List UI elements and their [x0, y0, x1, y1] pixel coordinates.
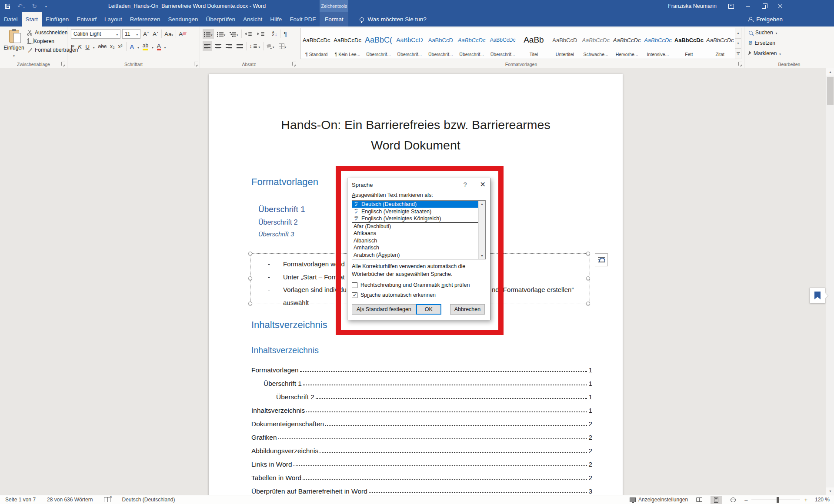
undo-button[interactable]	[17, 2, 25, 10]
language-option[interactable]: abc✓ Englisch (Vereinigte Staaten)	[352, 208, 478, 215]
italic-button[interactable]: K	[78, 43, 82, 50]
style-item[interactable]: AaBbCcDc Zitat	[704, 28, 735, 59]
resize-handle[interactable]	[586, 302, 590, 305]
chevron-down-icon[interactable]	[164, 43, 166, 50]
web-layout-button[interactable]	[727, 496, 739, 504]
resize-handle[interactable]	[248, 276, 252, 280]
ribbon-display-options-button[interactable]	[728, 4, 734, 9]
ribbon-tab[interactable]: Datei	[0, 12, 22, 27]
strikethrough-button[interactable]: abc	[98, 43, 107, 50]
ribbon-tab[interactable]: Ansicht	[239, 12, 266, 27]
line-spacing-button[interactable]: ↕	[248, 41, 261, 51]
bookmark-popup[interactable]	[810, 288, 825, 303]
close-button[interactable]	[777, 3, 783, 9]
chevron-down-icon[interactable]	[152, 43, 153, 50]
gallery-down-button[interactable]: ▼	[735, 39, 741, 49]
dialog-close-button[interactable]: ✕	[480, 181, 486, 188]
toc-entry[interactable]: Dokumenteigenschaften 2	[251, 415, 592, 429]
customize-quick-access-button[interactable]	[44, 5, 48, 8]
show-paragraph-marks-button[interactable]: ¶	[282, 29, 288, 39]
zoom-in-button[interactable]: +	[804, 497, 807, 503]
style-item[interactable]: AaBbC( Überschrif...	[363, 28, 394, 59]
paste-button[interactable]: Einfügen	[3, 28, 25, 60]
subscript-button[interactable]: x₂	[110, 43, 115, 50]
checkbox-auto-detect[interactable]	[352, 292, 357, 298]
toc-entry[interactable]: Überschrift 1 1	[251, 375, 592, 388]
language-listbox[interactable]: abc✓ Deutsch (Deutschland) abc✓ Englisch…	[352, 200, 486, 259]
read-mode-button[interactable]	[694, 496, 705, 504]
toc-entry[interactable]: Grafiken 2	[251, 429, 592, 442]
cancel-button[interactable]: Abbrechen	[450, 304, 485, 315]
language-option[interactable]: Amharisch	[352, 244, 478, 251]
tell-me-box[interactable]: Was möchten Sie tun?	[360, 12, 426, 27]
shading-button[interactable]	[265, 41, 276, 51]
align-right-button[interactable]	[224, 41, 234, 51]
resize-handle[interactable]	[248, 302, 252, 305]
style-item[interactable]: AaBbCcD Überschrif...	[394, 28, 425, 59]
style-item[interactable]: AaBbCcD Überschrif...	[425, 28, 456, 59]
proofing-status-icon[interactable]: ✕	[104, 497, 110, 502]
no-proof-row[interactable]: Rechtschreibung und Grammatik nicht prüf…	[352, 282, 486, 288]
word-count[interactable]: 28 von 636 Wörtern	[47, 497, 93, 503]
text-effects-button[interactable]: A	[130, 43, 134, 50]
gallery-up-button[interactable]: ▲	[735, 28, 741, 39]
language-indicator[interactable]: Deutsch (Deutschland)	[122, 497, 175, 503]
resize-handle[interactable]	[586, 276, 590, 280]
ribbon-tab[interactable]: Referenzen	[126, 12, 164, 27]
ok-button[interactable]: OK	[416, 304, 441, 315]
language-option[interactable]: Afar (Dschibuti)	[352, 223, 478, 230]
zoom-level[interactable]: 120 %	[813, 497, 830, 503]
font-color-button[interactable]: A	[157, 43, 161, 50]
minimize-button[interactable]	[746, 6, 750, 7]
superscript-button[interactable]: x²	[118, 43, 123, 50]
chevron-down-icon[interactable]	[93, 43, 95, 50]
clear-formatting-button[interactable]: A	[178, 31, 187, 37]
help-button[interactable]: ?	[464, 181, 467, 188]
ribbon-tab[interactable]: Hilfe	[266, 12, 286, 27]
share-button[interactable]: Freigeben	[748, 12, 783, 27]
tab-format-contextual[interactable]: Zeichentools Format	[320, 12, 348, 27]
underline-button[interactable]: U	[85, 43, 90, 50]
style-item[interactable]: AaBbCcDc Überschrif...	[456, 28, 487, 59]
dialog-launcher-icon[interactable]	[194, 62, 198, 66]
dialog-launcher-icon[interactable]	[61, 62, 65, 66]
text-highlight-button[interactable]: ab	[143, 43, 148, 50]
ribbon-tab[interactable]: Layout	[100, 12, 126, 27]
ribbon-tab[interactable]: Überprüfen	[202, 12, 240, 27]
align-left-button[interactable]	[203, 41, 212, 51]
restore-button[interactable]	[762, 3, 766, 9]
borders-button[interactable]	[277, 41, 288, 51]
style-item[interactable]: AaBbCcDc Hervorhe...	[611, 28, 642, 59]
grow-font-button[interactable]: A▲	[142, 31, 150, 37]
zoom-slider-thumb[interactable]	[777, 497, 779, 503]
save-button[interactable]	[5, 4, 10, 9]
increase-indent-button[interactable]	[256, 29, 267, 39]
language-option[interactable]: abc✓ Deutsch (Deutschland)	[352, 201, 478, 208]
ribbon-tab[interactable]: Einfügen	[42, 12, 73, 27]
auto-detect-row[interactable]: Sprache automatisch erkennen	[352, 292, 486, 298]
dialog-launcher-icon[interactable]	[292, 62, 296, 66]
font-name-combobox[interactable]: Calibri Light	[71, 29, 120, 39]
language-option[interactable]: Afrikaans	[352, 230, 478, 237]
dialog-title-bar[interactable]: Sprache ? ✕	[347, 178, 490, 191]
zoom-slider[interactable]	[751, 500, 800, 500]
redo-button[interactable]	[32, 2, 37, 10]
toc-entry[interactable]: Inhaltsverzeichnis 1	[251, 402, 592, 415]
language-option[interactable]: abc✓ Englisch (Vereinigtes Königreich)	[352, 215, 478, 223]
toc-entry[interactable]: Tabellen in Word 2	[251, 469, 592, 483]
ribbon-tab[interactable]: Entwurf	[73, 12, 100, 27]
list-scrollbar[interactable]	[478, 201, 485, 259]
ribbon-tab[interactable]: Foxit PDF	[286, 12, 320, 27]
change-case-button[interactable]: Aa	[163, 31, 174, 37]
print-layout-button[interactable]	[711, 496, 722, 504]
resize-handle[interactable]	[248, 252, 252, 255]
font-size-combobox[interactable]: 11	[122, 29, 140, 39]
ribbon-tab[interactable]: Start	[22, 12, 42, 27]
style-item[interactable]: AaBb Titel	[518, 28, 549, 59]
style-item[interactable]: AaBbCcDc Schwache...	[580, 28, 611, 59]
language-option[interactable]: Albanisch	[352, 237, 478, 244]
select-button[interactable]: Markieren	[749, 50, 781, 56]
shrink-font-button[interactable]: A▼	[152, 31, 160, 37]
toc-entry[interactable]: Überprüfen auf Barrierefreiheit in Word …	[251, 483, 592, 496]
style-item[interactable]: AaBbCcDc ¶ Kein Lee...	[332, 28, 363, 59]
